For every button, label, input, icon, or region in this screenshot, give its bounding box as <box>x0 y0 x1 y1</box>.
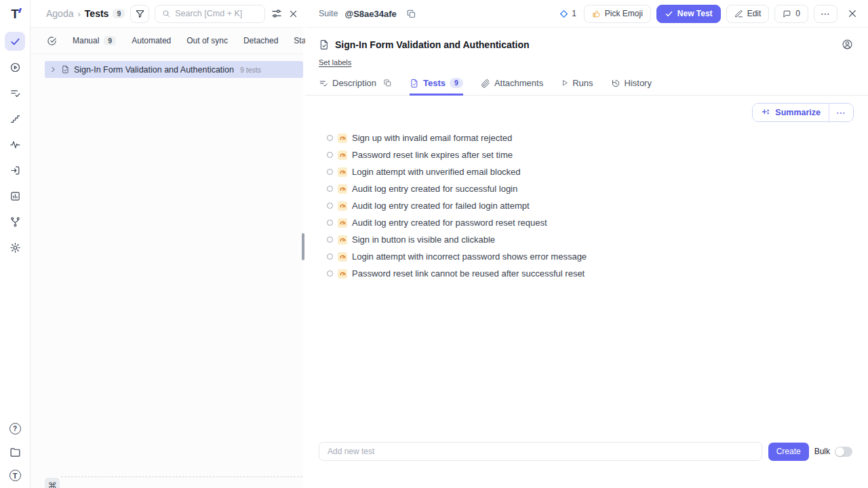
filter-tab-label: Automated <box>132 36 171 45</box>
rail-item-runs[interactable] <box>5 58 25 77</box>
suite-tree-meta: 9 tests <box>240 66 261 74</box>
test-row[interactable]: Password reset link expires after set ti… <box>327 146 868 163</box>
ellipsis-icon: ⋯ <box>836 107 846 118</box>
rail-item-test-plans[interactable] <box>5 83 25 102</box>
close-icon <box>847 8 858 19</box>
status-circle-icon[interactable] <box>327 237 333 243</box>
filter-tab-manual[interactable]: Manual 9 <box>73 36 116 46</box>
suite-doc-icon <box>61 65 70 74</box>
rail-item-import[interactable] <box>5 161 25 180</box>
panel-resize-handle[interactable] <box>302 233 304 260</box>
test-row[interactable]: Audit log entry created for failed login… <box>327 197 868 214</box>
check-icon <box>665 9 673 18</box>
sliders-icon <box>271 7 283 20</box>
test-title: Sign up with invalid email format reject… <box>352 133 512 143</box>
status-circle-icon[interactable] <box>327 270 333 277</box>
tab-tests[interactable]: Tests 9 <box>410 77 463 96</box>
ellipsis-icon: ⋯ <box>821 9 831 18</box>
test-row[interactable]: Sign up with invalid email format reject… <box>327 129 868 146</box>
tests-tab-count-badge: 9 <box>450 78 463 88</box>
test-title: Audit log entry created for password res… <box>352 218 547 228</box>
status-circle-icon[interactable] <box>327 220 333 226</box>
tab-attachments[interactable]: Attachments <box>481 77 543 96</box>
circle-check-icon <box>47 36 57 46</box>
app-logo[interactable]: T <box>11 6 19 22</box>
search-input[interactable] <box>175 9 258 18</box>
manual-test-icon <box>338 218 347 228</box>
pick-emoji-button[interactable]: Pick Emoji <box>584 5 651 23</box>
tab-description[interactable]: Description <box>319 77 392 96</box>
test-title: Password reset link expires after set ti… <box>352 150 513 160</box>
filter-button[interactable] <box>130 5 149 23</box>
suite-doc-icon <box>319 39 330 50</box>
create-button[interactable]: Create <box>768 443 809 461</box>
linked-issues-indicator[interactable]: 1 <box>559 9 576 18</box>
status-circle-icon[interactable] <box>327 152 333 158</box>
test-row[interactable]: Sign in button is visible and clickable <box>327 231 868 248</box>
assignee-avatar-icon[interactable] <box>842 39 853 50</box>
test-title: Login attempt with incorrect password sh… <box>352 251 587 262</box>
pencil-icon <box>734 9 743 18</box>
app-window: T ? T Agoda › Tests 9 <box>0 0 868 488</box>
test-row[interactable]: Login attempt with unverified email bloc… <box>327 163 868 180</box>
test-row[interactable]: Audit log entry created for successful l… <box>327 180 868 197</box>
new-test-button[interactable]: New Test <box>656 5 721 23</box>
tab-history[interactable]: History <box>611 77 652 96</box>
bulk-label: Bulk <box>814 447 830 456</box>
chevron-right-icon[interactable] <box>50 66 57 73</box>
status-circle-icon[interactable] <box>327 169 333 175</box>
status-circle-icon[interactable] <box>327 135 333 141</box>
tab-runs[interactable]: Runs <box>561 77 593 96</box>
set-labels-link[interactable]: Set labels <box>319 58 351 66</box>
rail-item-pulse[interactable] <box>5 135 25 154</box>
filter-tab-detached[interactable]: Detached <box>243 36 278 45</box>
filter-tab-automated[interactable]: Automated <box>132 36 171 45</box>
projects-folder-icon[interactable] <box>5 443 25 462</box>
rail-item-reports[interactable] <box>5 186 25 205</box>
test-title: Audit log entry created for failed login… <box>352 201 530 211</box>
copy-suite-id-button[interactable] <box>406 9 416 19</box>
rail-item-settings[interactable] <box>5 238 25 257</box>
tab-label: Attachments <box>494 78 543 88</box>
comments-button[interactable]: 0 <box>774 5 808 23</box>
help-icon[interactable]: ? <box>9 423 21 434</box>
breadcrumb-section[interactable]: Tests <box>85 8 109 19</box>
edit-button[interactable]: Edit <box>726 5 770 23</box>
suite-id: @S8ae34afe <box>345 9 397 19</box>
breadcrumb-project[interactable]: Agoda <box>46 8 73 19</box>
suite-title-row: Sign-In Form Validation and Authenticati… <box>305 28 868 50</box>
status-circle-icon[interactable] <box>327 186 333 192</box>
status-circle-icon[interactable] <box>327 203 333 209</box>
tab-label: Runs <box>572 78 593 88</box>
add-test-footer: Create Bulk <box>319 442 852 461</box>
test-row[interactable]: Password reset link cannot be reused aft… <box>327 265 868 282</box>
bulk-toggle[interactable] <box>835 447 852 457</box>
summarize-button[interactable]: Summarize <box>753 104 829 121</box>
close-panel-button[interactable] <box>847 8 858 19</box>
suite-tree-title: Sign-In Form Validation and Authenticati… <box>74 65 234 75</box>
history-icon <box>611 79 620 88</box>
view-settings-button[interactable] <box>271 7 283 20</box>
suite-tree-row-selected[interactable]: Sign-In Form Validation and Authenticati… <box>45 61 303 78</box>
close-sidebar-button[interactable] <box>288 9 298 19</box>
edit-label: Edit <box>747 9 762 18</box>
select-all-button[interactable] <box>47 36 57 46</box>
test-row[interactable]: Audit log entry created for password res… <box>327 214 868 231</box>
copy-description-button[interactable] <box>383 79 392 87</box>
jira-diamond-icon <box>559 9 568 18</box>
test-row[interactable]: Login attempt with incorrect password sh… <box>327 248 868 265</box>
status-circle-icon[interactable] <box>327 253 333 260</box>
more-actions-button[interactable]: ⋯ <box>814 5 837 23</box>
copy-icon <box>406 9 416 19</box>
filter-tab-out-of-sync[interactable]: Out of sync <box>186 36 228 45</box>
rail-item-steps[interactable] <box>5 109 25 128</box>
brand-badge-icon[interactable]: T <box>9 470 21 481</box>
rail-item-branches[interactable] <box>5 212 25 231</box>
rail-item-tests[interactable] <box>5 32 25 51</box>
sidebar-header: Agoda › Tests 9 <box>31 0 303 28</box>
rail-nav <box>5 32 25 257</box>
funnel-icon <box>135 9 145 19</box>
add-new-test-input[interactable] <box>319 442 762 461</box>
tests-sidebar-panel: Agoda › Tests 9 Manual 9 Automated Out o… <box>31 0 303 488</box>
summarize-more-button[interactable]: ⋯ <box>829 104 853 121</box>
